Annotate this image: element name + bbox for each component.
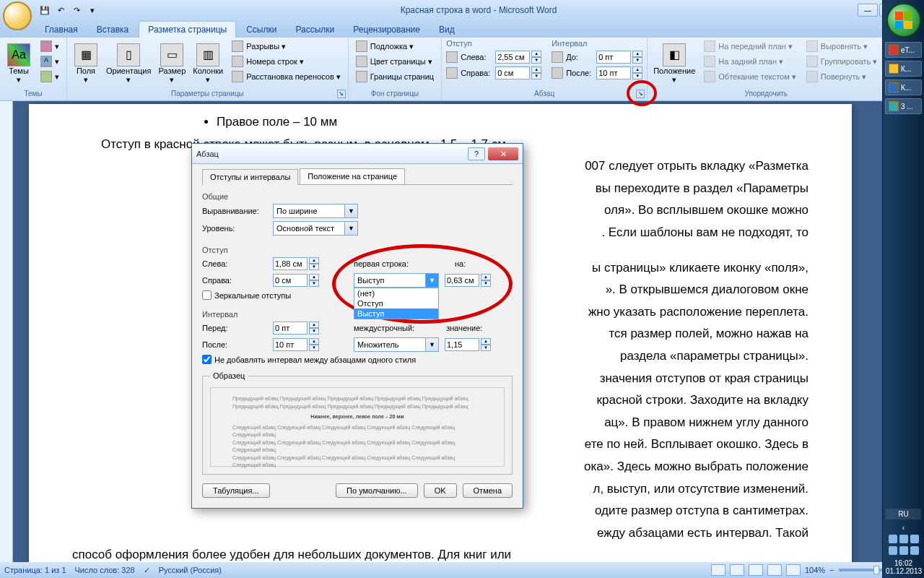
tabs-button[interactable]: Табуляция... xyxy=(202,483,270,498)
taskbar-item[interactable]: К... xyxy=(885,61,922,77)
office-button[interactable] xyxy=(3,1,32,30)
dialog-help-button[interactable]: ? xyxy=(468,147,485,160)
dialog-titlebar[interactable]: Абзац ? ✕ xyxy=(192,144,523,164)
dialog-close-button[interactable]: ✕ xyxy=(488,147,518,160)
group-button[interactable]: Группировать ▾ xyxy=(803,54,881,69)
spacing-after-spinner[interactable]: ▲▼ xyxy=(596,66,642,79)
theme-fonts-button[interactable]: A▾ xyxy=(38,54,62,69)
page-borders-button[interactable]: Границы страниц xyxy=(353,69,437,84)
qat-customize-icon[interactable]: ▾ xyxy=(85,3,100,17)
page-setup-launcher[interactable]: ↘ xyxy=(337,90,346,98)
themes-button[interactable]: Aa Темы ▾ xyxy=(4,39,33,88)
page-borders-icon xyxy=(356,71,367,82)
dropdown-option-none[interactable]: (нет) xyxy=(354,288,438,298)
spacing-before-field[interactable]: ▲▼ xyxy=(273,322,319,335)
clock-time[interactable]: 16:02 xyxy=(886,559,921,567)
theme-effects-button[interactable]: ▾ xyxy=(38,69,62,84)
cancel-button[interactable]: Отмена xyxy=(463,483,513,498)
first-line-combo[interactable]: ▼ (нет) Отступ Выступ xyxy=(354,273,439,288)
mirror-indents-checkbox[interactable] xyxy=(202,290,212,300)
paragraph-launcher[interactable]: ↘ xyxy=(636,90,645,98)
margins-button[interactable]: ▦Поля▾ xyxy=(71,39,100,88)
spacing-after-field[interactable]: ▲▼ xyxy=(273,338,319,351)
page-color-button[interactable]: Цвет страницы ▾ xyxy=(353,54,437,69)
clock-date[interactable]: 01.12.2013 xyxy=(886,567,921,575)
tab-mailings[interactable]: Рассылки xyxy=(287,22,343,38)
position-button[interactable]: ◧Положение▾ xyxy=(652,39,697,88)
bring-front-button[interactable]: На передний план ▾ xyxy=(701,39,799,53)
indent-right-spinner[interactable]: ▲▼ xyxy=(495,66,541,79)
colors-icon xyxy=(40,40,52,52)
hyphenation-button[interactable]: Расстановка переносов ▾ xyxy=(229,69,344,84)
dropdown-option-indent[interactable]: Отступ xyxy=(354,298,438,309)
tray-icon[interactable] xyxy=(899,535,908,543)
tab-view[interactable]: Вид xyxy=(430,22,463,38)
rotate-button[interactable]: Повернуть ▾ xyxy=(803,69,881,84)
chevron-down-icon[interactable]: ▼ xyxy=(345,221,358,236)
default-button[interactable]: По умолчанию... xyxy=(336,483,418,498)
page-color-icon xyxy=(356,56,367,67)
view-web[interactable] xyxy=(749,564,763,576)
tray-icon[interactable] xyxy=(889,535,897,543)
text-wrap-button[interactable]: Обтекание текстом ▾ xyxy=(701,69,799,84)
tab-home[interactable]: Главная xyxy=(36,22,87,38)
doc-bullet: Правое поле – 10 мм xyxy=(217,111,808,134)
chevron-down-icon[interactable]: ▼ xyxy=(426,273,439,288)
status-language[interactable]: Русский (Россия) xyxy=(159,566,222,574)
indent-left-spinner[interactable]: ▲▼ xyxy=(495,51,541,64)
alignment-combo[interactable]: ▼ xyxy=(273,204,358,218)
chevron-down-icon[interactable]: ▼ xyxy=(426,337,439,352)
outline-level-combo[interactable]: ▼ xyxy=(273,221,358,236)
breaks-button[interactable]: Разрывы ▾ xyxy=(229,39,344,53)
tab-review[interactable]: Рецензирование xyxy=(344,22,429,38)
send-back-button[interactable]: На задний план ▾ xyxy=(701,54,799,69)
indent-right-field[interactable]: ▲▼ xyxy=(273,274,319,287)
first-line-value-field[interactable]: ▲▼ xyxy=(445,274,491,287)
status-proof-icon[interactable]: ✓ xyxy=(144,566,150,575)
minimize-button[interactable]: — xyxy=(858,4,878,17)
save-icon[interactable]: 💾 xyxy=(38,3,52,17)
columns-button[interactable]: ▥Колонки▾ xyxy=(191,39,225,88)
taskbar-item[interactable]: eT... xyxy=(885,42,922,58)
theme-colors-button[interactable]: ▾ xyxy=(38,39,62,53)
indent-left-field[interactable]: ▲▼ xyxy=(273,257,319,270)
volume-icon[interactable] xyxy=(899,546,908,555)
tab-insert[interactable]: Вставка xyxy=(88,22,138,38)
language-indicator[interactable]: RU xyxy=(886,509,921,519)
watermark-button[interactable]: Подложка ▾ xyxy=(353,39,437,53)
orientation-button[interactable]: ▯Ориентация▾ xyxy=(105,39,152,88)
taskbar-item[interactable]: 3 ... xyxy=(885,98,922,114)
status-page[interactable]: Страница: 1 из 1 xyxy=(4,566,66,574)
ok-button[interactable]: OK xyxy=(424,483,457,498)
start-button[interactable] xyxy=(886,3,921,38)
tray-icon[interactable] xyxy=(889,546,897,555)
vertical-ruler[interactable] xyxy=(0,101,13,562)
line-numbers-button[interactable]: Номера строк ▾ xyxy=(229,54,344,69)
dropdown-option-hanging[interactable]: Выступ xyxy=(354,309,438,319)
zoom-out-button[interactable]: − xyxy=(829,566,834,574)
tray-expand-icon[interactable]: ‹ xyxy=(886,524,921,532)
spacing-before-spinner[interactable]: ▲▼ xyxy=(596,51,642,64)
tray-icon[interactable] xyxy=(910,535,919,543)
chevron-down-icon[interactable]: ▼ xyxy=(345,204,358,218)
tab-page-layout[interactable]: Разметка страницы xyxy=(139,21,236,38)
view-draft[interactable] xyxy=(786,564,801,576)
line-spacing-combo[interactable]: ▼ xyxy=(354,337,439,352)
dialog-tab-position[interactable]: Положение на странице xyxy=(300,168,405,184)
size-button[interactable]: ▭Размер▾ xyxy=(157,39,187,88)
zoom-thumb[interactable] xyxy=(873,566,879,574)
redo-icon[interactable]: ↷ xyxy=(69,3,84,17)
dialog-tab-indents[interactable]: Отступы и интервалы xyxy=(202,169,298,185)
undo-icon[interactable]: ↶ xyxy=(53,3,68,17)
view-print-layout[interactable] xyxy=(711,564,725,576)
view-outline[interactable] xyxy=(767,564,782,576)
network-icon[interactable] xyxy=(910,546,919,555)
no-space-checkbox[interactable] xyxy=(202,355,212,364)
zoom-level[interactable]: 104% xyxy=(805,566,825,574)
align-button[interactable]: Выровнять ▾ xyxy=(803,39,881,53)
view-full-screen[interactable] xyxy=(730,564,744,576)
line-spacing-value-field[interactable]: ▲▼ xyxy=(445,338,491,351)
taskbar-item[interactable]: К... xyxy=(885,79,922,95)
status-words[interactable]: Число слов: 328 xyxy=(75,566,135,574)
tab-references[interactable]: Ссылки xyxy=(237,22,285,38)
